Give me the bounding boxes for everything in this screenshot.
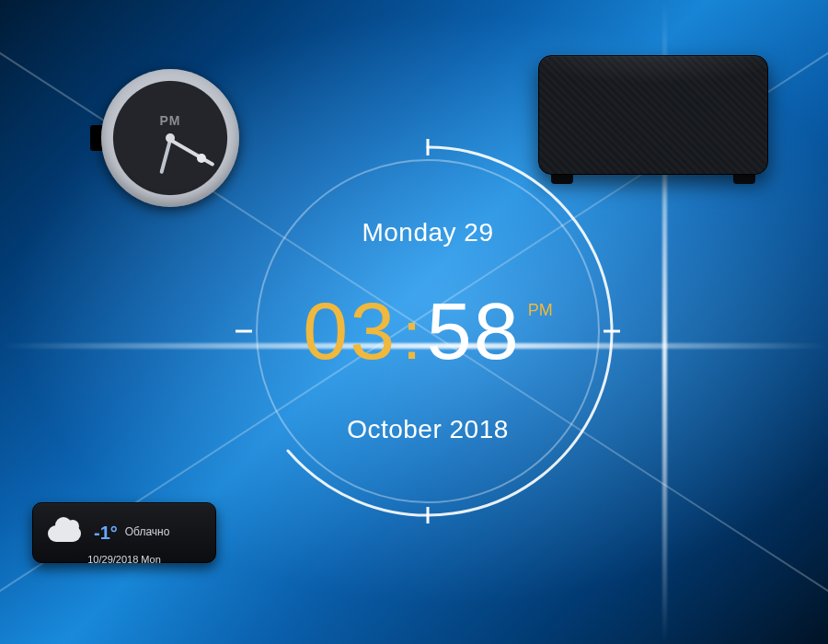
weather-date: 10/29/2018 Mon xyxy=(32,554,216,565)
clock-hour: 03 xyxy=(303,284,397,378)
clock-minute: 58 xyxy=(427,284,521,378)
clock-center-icon xyxy=(166,133,175,143)
weather-widget[interactable]: -1° Облачно 10/29/2018 Mon xyxy=(32,497,216,569)
clock-day-label: Monday 29 xyxy=(362,218,493,247)
analog-clock-widget[interactable]: PM xyxy=(101,69,239,207)
analog-ampm-label: PM xyxy=(160,113,181,128)
weather-condition: Облачно xyxy=(125,526,170,538)
digital-ring-clock-widget[interactable]: Monday 29 03 : 58 PM October 2018 xyxy=(230,133,626,529)
cloud-icon xyxy=(42,516,86,549)
weather-temperature: -1° xyxy=(94,523,118,543)
clock-time: 03 : 58 PM xyxy=(303,284,552,378)
clock-ampm: PM xyxy=(528,301,553,320)
clock-month-label: October 2018 xyxy=(347,415,509,444)
clock-colon: : xyxy=(402,296,421,374)
second-dot-icon xyxy=(197,154,206,163)
